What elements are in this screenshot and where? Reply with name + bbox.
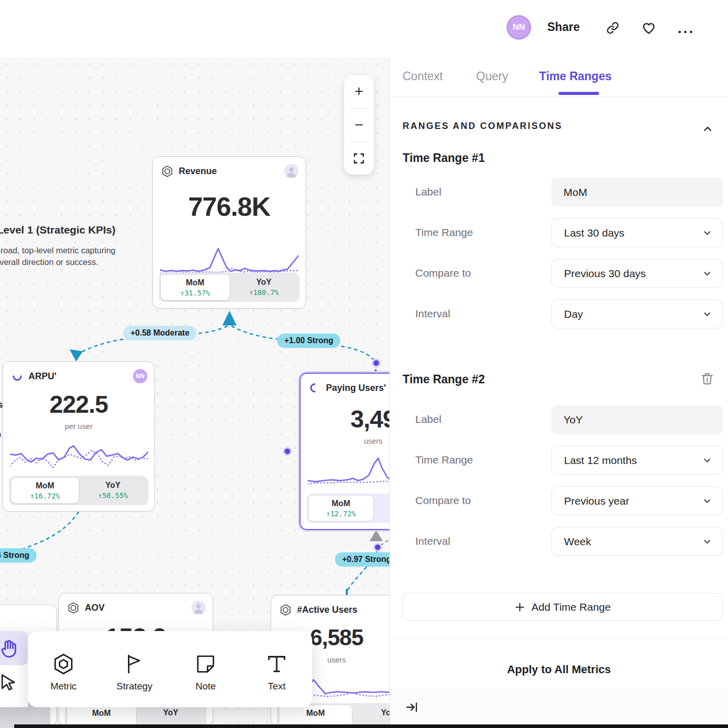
metric-hexagon-icon [279,604,292,616]
toolbar-metric-button[interactable]: Metric [33,646,94,692]
metric-card-paying-users[interactable]: Paying Users' 3,49 users MoM ↑12.72% [300,373,390,530]
text-icon [246,646,307,676]
metric-hexagon-icon [161,165,174,178]
toggle-yoy[interactable]: YoY ↑58.55% [79,477,147,504]
time-range-select[interactable]: Last 12 months [551,446,723,475]
flag-icon [104,646,165,676]
toggle-mom[interactable]: MoM ↑31.57% [160,274,230,301]
chevron-down-icon [702,269,712,279]
toggle-mom[interactable]: MoM ↑16.72% [11,477,79,504]
tab-query[interactable]: Query [476,70,508,83]
toggle-label: YoY [79,480,147,490]
canvas[interactable]: Level 1 (Strategic KPIs) Broad, top-leve… [0,0,390,728]
toolbar-label: Text [246,681,307,692]
select-value: Last 12 months [564,454,637,467]
divider [390,639,728,639]
tool-rail [0,631,28,707]
time-range-select[interactable]: Last 30 days [551,218,723,247]
collapse-panel-icon[interactable] [405,700,419,714]
card-title: Paying Users' [326,383,386,393]
card-title: #Active Users [297,605,357,615]
zoom-controls: + − [344,75,374,175]
card-title: Revenue [179,166,217,177]
toggle-yoy[interactable]: YoY ↑180.7% [230,274,299,301]
level-annotation-desc-line2: overall direction or success. [0,256,98,268]
tab-time-ranges[interactable]: Time Ranges [539,70,612,83]
field-label: Label [415,413,441,425]
user-avatar[interactable]: NN [507,15,531,40]
select-value: Previous year [564,495,629,507]
toolbar-label: Strategy [104,681,165,692]
metric-unit: users [301,437,390,445]
time-range-1-title: Time Range #1 [403,151,485,165]
chevron-down-icon [702,309,712,319]
select-value: Last 30 days [564,227,624,239]
hand-tool-button[interactable] [0,631,28,665]
level-annotation-title: Level 1 (Strategic KPIs) [0,224,115,236]
loading-spinner-icon [11,370,23,382]
level-annotation-desc-line1: Broad, top-level metric capturing [0,245,116,256]
interval-select[interactable]: Day [551,300,723,328]
label-input[interactable]: MoM [551,178,723,207]
more-options-icon[interactable] [678,24,693,40]
card-title: ARPU' [28,371,56,382]
correlation-badge[interactable]: +0.58 Moderate [123,326,196,340]
toggle-label: YoY [230,277,299,287]
toggle-label: MoM [309,499,373,509]
sparkline-chart [10,438,148,477]
link-icon[interactable] [605,20,620,36]
comparison-toggle: MoM ↑16.72% YoY ↑58.55% [9,476,148,505]
field-label: Compare to [415,494,471,507]
plus-icon [514,602,525,613]
zoom-in-button[interactable]: + [344,75,374,108]
toggle-label: MoM [161,278,229,288]
correlation-badge[interactable]: +1.00 Strong [277,334,340,348]
metric-card-revenue[interactable]: Revenue 776.8K MoM ↑31.57% YoY ↑180.7% [152,156,306,309]
add-time-range-label: Add Time Range [532,601,611,613]
compare-to-select[interactable]: Previous 30 days [551,259,723,288]
toolbar-note-button[interactable]: Note [175,646,236,692]
zoom-out-button[interactable]: − [344,109,374,142]
metric-value: 3,49 [301,405,390,433]
field-label: Interval [415,535,450,547]
share-button[interactable]: Share [547,20,580,34]
field-label: Label [415,186,441,198]
select-value: Day [564,308,583,320]
toggle-value: ↑58.55% [79,490,147,501]
note-icon [175,646,236,676]
interval-select[interactable]: Week [551,527,723,556]
favorite-heart-icon[interactable] [641,20,656,36]
fullscreen-button[interactable] [344,142,374,175]
correlation-badge[interactable]: 66 Strong [0,548,37,562]
chevron-down-icon [702,228,712,238]
field-label: Time Range [415,226,473,239]
toggle-yoy[interactable] [374,495,390,521]
toggle-label: MoM [67,708,136,718]
field-label: Interval [415,308,450,320]
correlation-badge[interactable]: +0.97 Strong [335,552,390,567]
select-value: Previous 30 days [564,268,646,280]
toggle-label: YoY [137,708,206,718]
delete-time-range-icon[interactable] [700,371,715,386]
add-time-range-button[interactable]: Add Time Range [402,593,723,621]
field-label: Compare to [415,267,471,279]
time-range-2-title: Time Range #2 [403,373,485,386]
card-title: AOV [85,603,105,613]
clipped-text-fragment: a [0,429,1,438]
tab-context[interactable]: Context [403,70,443,83]
chevron-up-icon[interactable] [702,123,714,135]
toggle-value: ↑16.72% [11,491,79,501]
metric-card-arpu[interactable]: ARPU' NN 222.5 per user MoM ↑16.72% YoY … [3,361,155,512]
app-header: NN Share [0,0,728,57]
label-input[interactable]: YoY [551,405,723,434]
section-header[interactable]: RANGES AND COMPARISONS [403,121,562,131]
compare-to-select[interactable]: Previous year [551,486,723,515]
select-tool-button[interactable] [0,665,28,699]
toolbar-text-button[interactable]: Text [246,646,307,692]
toggle-mom[interactable]: MoM ↑12.72% [308,495,374,521]
toggle-label: MoM [11,481,79,491]
owner-avatar-icon [284,164,299,178]
toolbar-strategy-button[interactable]: Strategy [104,646,165,692]
collaborator-avatar: NN [133,369,147,383]
apply-all-metrics-button[interactable]: Apply to All Metrics [390,663,728,676]
